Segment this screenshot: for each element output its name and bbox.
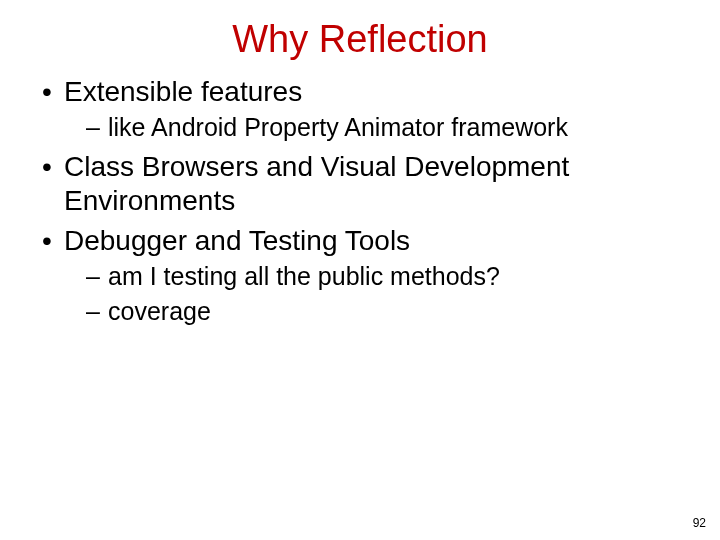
sub-bullet-item: coverage — [64, 295, 684, 328]
bullet-list: Extensible features like Android Propert… — [36, 75, 684, 327]
bullet-text: Class Browsers and Visual Development En… — [64, 151, 569, 216]
sub-bullet-text: coverage — [108, 297, 211, 325]
sub-bullet-item: am I testing all the public methods? — [64, 260, 684, 293]
sub-bullet-list: am I testing all the public methods? cov… — [64, 260, 684, 327]
sub-bullet-text: like Android Property Animator framework — [108, 113, 568, 141]
slide-title: Why Reflection — [36, 18, 684, 61]
slide: Why Reflection Extensible features like … — [0, 0, 720, 540]
sub-bullet-list: like Android Property Animator framework — [64, 111, 684, 144]
bullet-text: Extensible features — [64, 76, 302, 107]
sub-bullet-text: am I testing all the public methods? — [108, 262, 500, 290]
bullet-text: Debugger and Testing Tools — [64, 225, 410, 256]
page-number: 92 — [693, 516, 706, 530]
bullet-item: Extensible features like Android Propert… — [36, 75, 684, 144]
bullet-item: Debugger and Testing Tools am I testing … — [36, 224, 684, 327]
sub-bullet-item: like Android Property Animator framework — [64, 111, 684, 144]
bullet-item: Class Browsers and Visual Development En… — [36, 150, 684, 218]
